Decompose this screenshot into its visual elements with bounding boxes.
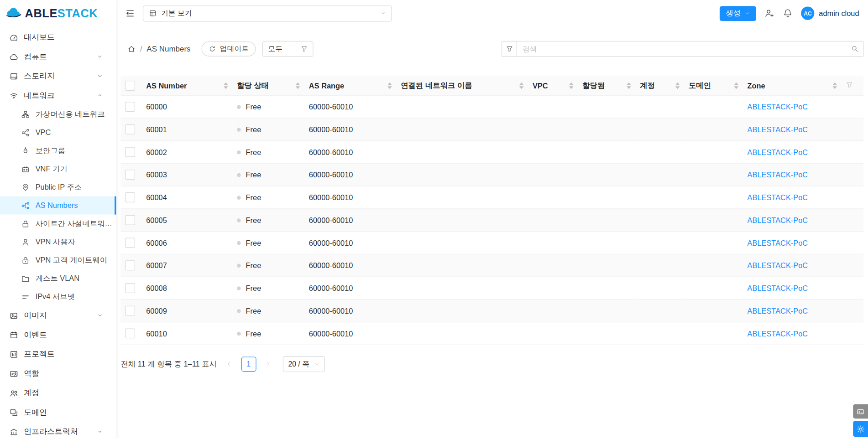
sidebar-item-guest-vlan[interactable]: 게스트 VLAN: [0, 269, 116, 288]
view-selector[interactable]: 기본 보기: [143, 5, 392, 21]
sidebar-item-storage[interactable]: 스토리지: [0, 67, 116, 86]
cell-domain: [684, 95, 743, 118]
column-header[interactable]: Zone: [743, 76, 842, 95]
table-row[interactable]: 60008Free60000-60010ABLESTACK-PoC: [120, 277, 863, 300]
sidebar-collapse-button[interactable]: [125, 8, 135, 18]
select-all-checkbox[interactable]: [125, 81, 135, 91]
row-checkbox[interactable]: [125, 102, 135, 112]
sidebar-item-ipv4-subnets[interactable]: IPv4 서브넷: [0, 288, 116, 306]
row-checkbox[interactable]: [125, 238, 135, 248]
sidebar-item-vnf-appliances[interactable]: VNF 기기: [0, 160, 116, 178]
sidebar-item-network[interactable]: 네트워크: [0, 86, 116, 105]
search-input[interactable]: [517, 41, 847, 56]
avatar: AC: [801, 7, 814, 20]
project-user-button[interactable]: [764, 8, 774, 18]
column-header[interactable]: 도메인: [684, 76, 743, 95]
table-row[interactable]: 60004Free60000-60010ABLESTACK-PoC: [120, 186, 863, 209]
sidebar-item-domains[interactable]: 도메인: [0, 403, 116, 422]
sidebar-item-roles[interactable]: 역할: [0, 364, 116, 383]
chevron-down-icon: [380, 10, 386, 16]
row-checkbox[interactable]: [125, 170, 135, 180]
page-number-button[interactable]: 1: [241, 356, 256, 372]
sidebar-item-site-to-site-vpn[interactable]: 사이트간 사설네트워크(VP...: [0, 215, 116, 233]
column-header[interactable]: 연결된 네트워크 이름: [397, 76, 528, 95]
sort-icons[interactable]: [519, 83, 524, 89]
brand-logo[interactable]: ABLESTACK: [0, 0, 116, 26]
table-row[interactable]: 60003Free60000-60010ABLESTACK-PoC: [120, 163, 863, 186]
zone-link[interactable]: ABLESTACK-PoC: [748, 329, 808, 337]
row-checkbox[interactable]: [125, 260, 135, 270]
sort-icons[interactable]: [627, 83, 631, 89]
sidebar-item-as-numbers[interactable]: AS Numbers: [0, 196, 116, 215]
zone-link[interactable]: ABLESTACK-PoC: [748, 170, 808, 179]
sidebar-item-vm-network[interactable]: 가상머신용 네트워크: [0, 105, 116, 123]
column-header[interactable]: 계정: [636, 76, 685, 95]
sidebar-item-security-groups[interactable]: 보안그룹: [0, 142, 116, 160]
zone-link[interactable]: ABLESTACK-PoC: [748, 193, 808, 201]
console-drawer-button[interactable]: [853, 404, 868, 419]
column-header[interactable]: 할당됨: [578, 76, 635, 95]
status-dot-icon: [237, 173, 241, 177]
sidebar-item-vpc[interactable]: VPC: [0, 123, 116, 141]
column-header[interactable]: AS Number: [142, 76, 233, 95]
user-menu[interactable]: AC admin cloud: [801, 7, 859, 20]
pagination: 전체 11 개 항목 중 1–11 표시 1 20 / 쪽: [120, 356, 863, 372]
reload-icon: [209, 45, 216, 52]
table-row[interactable]: 60005Free60000-60010ABLESTACK-PoC: [120, 209, 863, 232]
row-checkbox[interactable]: [125, 283, 135, 293]
table-row[interactable]: 60007Free60000-60010ABLESTACK-PoC: [120, 254, 863, 277]
sidebar-item-public-ip[interactable]: Public IP 주소: [0, 178, 116, 196]
search-button[interactable]: [847, 41, 863, 56]
zone-link[interactable]: ABLESTACK-PoC: [748, 103, 808, 111]
zone-link[interactable]: ABLESTACK-PoC: [748, 148, 808, 156]
table-row[interactable]: 60006Free60000-60010ABLESTACK-PoC: [120, 232, 863, 254]
cell-vpc: [528, 277, 578, 300]
filter-view-selector[interactable]: 모두: [262, 41, 314, 57]
row-checkbox[interactable]: [125, 329, 135, 339]
table-row[interactable]: 60000Free60000-60010ABLESTACK-PoC: [120, 95, 863, 118]
zone-link[interactable]: ABLESTACK-PoC: [748, 284, 808, 292]
sort-icons[interactable]: [296, 83, 300, 89]
row-checkbox[interactable]: [125, 192, 135, 202]
sidebar-item-vpn-customer-gateway[interactable]: VPN 고객 게이트웨이: [0, 251, 116, 269]
table-row[interactable]: 60001Free60000-60010ABLESTACK-PoC: [120, 118, 863, 141]
sort-icons[interactable]: [734, 83, 738, 89]
home-icon[interactable]: [127, 45, 136, 53]
sidebar-item-dashboard[interactable]: 대시보드: [0, 28, 116, 47]
page-size-selector[interactable]: 20 / 쪽: [282, 356, 325, 372]
table-row[interactable]: 60010Free60000-60010ABLESTACK-PoC: [120, 322, 863, 345]
sidebar-item-events[interactable]: 이벤트: [0, 325, 116, 344]
column-header[interactable]: 할당 상태: [232, 76, 304, 95]
table-row[interactable]: 60002Free60000-60010ABLESTACK-PoC: [120, 141, 863, 164]
sort-icons[interactable]: [675, 83, 680, 89]
sort-icons[interactable]: [387, 83, 392, 89]
zone-link[interactable]: ABLESTACK-PoC: [748, 125, 808, 134]
sidebar-item-images[interactable]: 이미지: [0, 306, 116, 325]
create-button[interactable]: 생성: [720, 6, 756, 21]
zone-link[interactable]: ABLESTACK-PoC: [748, 238, 808, 247]
sidebar-item-infrastructure[interactable]: 인프라스트럭처: [0, 422, 116, 439]
row-checkbox[interactable]: [125, 124, 135, 134]
next-page-button[interactable]: [261, 357, 275, 371]
table-row[interactable]: 60009Free60000-60010ABLESTACK-PoC: [120, 300, 863, 322]
previous-page-button[interactable]: [222, 357, 235, 371]
sort-icons[interactable]: [224, 83, 228, 89]
zone-link[interactable]: ABLESTACK-PoC: [748, 216, 808, 224]
row-checkbox[interactable]: [125, 306, 135, 316]
column-header[interactable]: AS Range: [304, 76, 396, 95]
row-checkbox[interactable]: [125, 147, 135, 157]
zone-link[interactable]: ABLESTACK-PoC: [748, 307, 808, 315]
sort-icons[interactable]: [569, 83, 574, 89]
sort-icons[interactable]: [832, 83, 837, 89]
settings-button[interactable]: [853, 421, 868, 437]
sidebar-item-vpn-users[interactable]: VPN 사용자: [0, 233, 116, 251]
zone-link[interactable]: ABLESTACK-PoC: [748, 261, 808, 269]
notifications-button[interactable]: [783, 8, 793, 18]
column-header[interactable]: VPC: [528, 76, 578, 95]
sidebar-item-compute[interactable]: 컴퓨트: [0, 47, 116, 66]
search-filter-button[interactable]: [502, 41, 517, 56]
sidebar-item-projects[interactable]: 프로젝트: [0, 345, 116, 364]
refresh-button[interactable]: 업데이트: [202, 41, 256, 56]
row-checkbox[interactable]: [125, 215, 135, 225]
sidebar-item-accounts[interactable]: 계정: [0, 383, 116, 403]
